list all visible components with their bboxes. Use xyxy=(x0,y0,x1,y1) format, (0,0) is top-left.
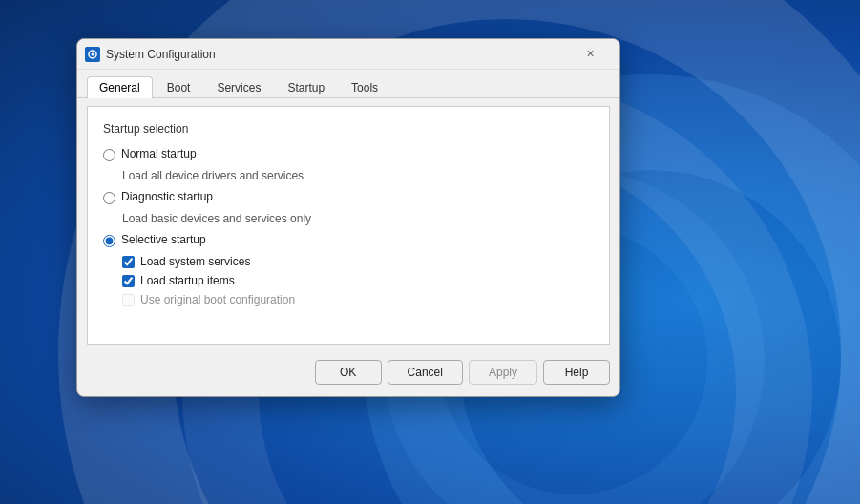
load-system-services-item[interactable]: Load system services xyxy=(122,255,594,268)
system-config-dialog: System Configuration ✕ General Boot Serv… xyxy=(76,38,620,397)
dialog-title: System Configuration xyxy=(106,48,568,61)
selective-startup-radio[interactable]: Selective startup xyxy=(103,233,594,247)
normal-startup-desc: Load all device drivers and services xyxy=(122,169,594,182)
load-system-services-checkbox[interactable] xyxy=(122,256,135,268)
original-boot-item: Use original boot configuration xyxy=(122,293,594,306)
tab-services[interactable]: Services xyxy=(204,76,273,98)
selective-startup-label: Selective startup xyxy=(121,233,206,246)
tab-startup[interactable]: Startup xyxy=(275,76,337,98)
original-boot-checkbox xyxy=(122,294,135,306)
tab-general[interactable]: General xyxy=(87,76,153,98)
load-startup-items-item[interactable]: Load startup items xyxy=(122,274,594,287)
diagnostic-startup-input[interactable] xyxy=(103,192,115,204)
tab-boot[interactable]: Boot xyxy=(155,76,203,98)
ok-button[interactable]: OK xyxy=(315,360,382,385)
content-panel: Startup selection Normal startup Load al… xyxy=(87,106,610,345)
load-startup-items-label: Load startup items xyxy=(140,274,235,287)
titlebar: System Configuration ✕ xyxy=(77,39,619,70)
help-button[interactable]: Help xyxy=(543,360,610,385)
normal-startup-input[interactable] xyxy=(103,149,115,161)
diagnostic-startup-label: Diagnostic startup xyxy=(121,190,213,203)
selective-options: Load system services Load startup items … xyxy=(122,255,594,306)
normal-startup-label: Normal startup xyxy=(121,147,197,160)
tab-tools[interactable]: Tools xyxy=(339,76,390,98)
cancel-button[interactable]: Cancel xyxy=(388,360,463,385)
apply-button[interactable]: Apply xyxy=(469,360,537,385)
diagnostic-startup-radio[interactable]: Diagnostic startup xyxy=(103,190,594,204)
diagnostic-startup-desc: Load basic devices and services only xyxy=(122,212,594,225)
svg-point-1 xyxy=(92,52,94,55)
original-boot-label: Use original boot configuration xyxy=(140,293,295,306)
dialog-icon xyxy=(85,47,100,62)
load-startup-items-checkbox[interactable] xyxy=(122,275,135,287)
normal-startup-radio[interactable]: Normal startup xyxy=(103,147,594,161)
load-system-services-label: Load system services xyxy=(140,255,250,268)
footer: OK Cancel Apply Help xyxy=(77,352,619,396)
close-button[interactable]: ✕ xyxy=(568,39,612,70)
section-title: Startup selection xyxy=(103,122,594,136)
tabs-bar: General Boot Services Startup Tools xyxy=(77,70,619,98)
selective-startup-input[interactable] xyxy=(103,235,115,247)
